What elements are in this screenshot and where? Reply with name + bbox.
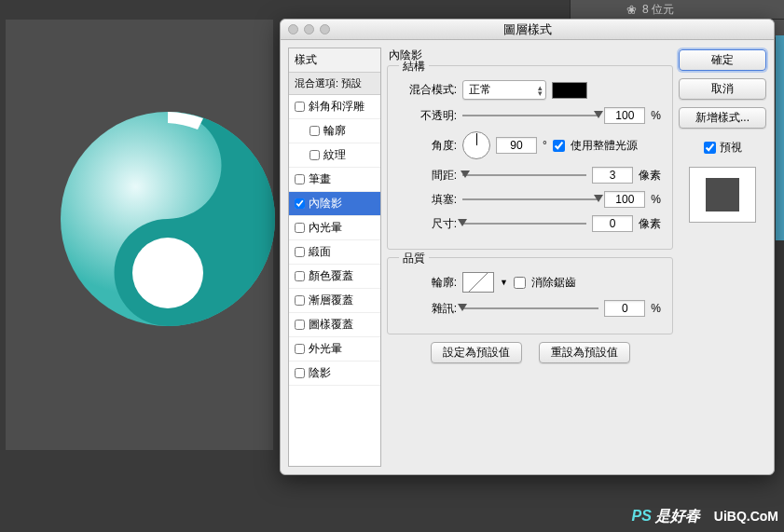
style-row-1[interactable]: 輪廓	[289, 119, 380, 143]
preview-thumbnail	[689, 167, 756, 223]
style-row-3[interactable]: 筆畫	[289, 168, 380, 192]
style-label: 緞面	[309, 244, 331, 260]
effect-settings: 內陰影 結構 混合模式: 正常 ▴▾ 不透明: %	[387, 48, 673, 467]
distance-slider[interactable]	[462, 169, 586, 182]
blendmode-value: 正常	[469, 82, 491, 98]
style-row-9[interactable]: 圖樣覆蓋	[289, 313, 380, 337]
new-style-button[interactable]: 新增樣式...	[679, 107, 766, 129]
dialog-title: 圖層樣式	[503, 21, 552, 38]
style-row-5[interactable]: 內光暈	[289, 216, 380, 240]
plant-icon: ❀	[626, 3, 637, 17]
style-label: 筆畫	[309, 171, 331, 187]
watermark: PS 是好春 UiBQ.CoM	[632, 507, 778, 526]
minimize-icon[interactable]	[304, 24, 314, 34]
noise-input[interactable]	[604, 300, 645, 317]
noise-unit: %	[651, 302, 661, 315]
style-label: 內陰影	[309, 196, 342, 211]
style-checkbox[interactable]	[309, 150, 320, 160]
watermark-txt: 是好春	[655, 508, 700, 524]
style-checkbox[interactable]	[309, 126, 320, 136]
noise-slider[interactable]	[462, 302, 598, 315]
set-default-button[interactable]: 設定為預設值	[431, 342, 522, 363]
global-light-checkbox[interactable]	[553, 140, 565, 152]
chevron-updown-icon: ▴▾	[538, 85, 543, 96]
preview-row[interactable]: 預視	[679, 140, 766, 156]
style-row-8[interactable]: 漸層覆蓋	[289, 289, 380, 313]
ok-button[interactable]: 確定	[679, 49, 766, 71]
bitdepth-label: 8 位元	[642, 2, 674, 18]
zoom-icon[interactable]	[320, 24, 330, 34]
style-checkbox[interactable]	[295, 320, 305, 330]
style-checkbox[interactable]	[295, 295, 305, 306]
blendmode-select[interactable]: 正常 ▴▾	[462, 80, 546, 100]
style-checkbox[interactable]	[295, 198, 305, 209]
style-checkbox[interactable]	[295, 223, 305, 233]
opacity-label: 不透明:	[399, 108, 457, 124]
style-label: 顏色覆蓋	[309, 268, 353, 284]
global-light-label: 使用整體光源	[571, 138, 638, 154]
dialog-titlebar[interactable]: 圖層樣式	[281, 20, 774, 40]
watermark-ps: PS	[632, 508, 652, 524]
style-checkbox[interactable]	[295, 271, 305, 281]
shadow-color-swatch[interactable]	[552, 82, 587, 99]
structure-legend: 結構	[399, 59, 429, 75]
styles-list: 樣式 混合選項: 預設 斜角和浮雕輪廓紋理筆畫內陰影內光暈緞面顏色覆蓋漸層覆蓋圖…	[288, 48, 381, 467]
preview-checkbox[interactable]	[704, 142, 716, 154]
style-row-0[interactable]: 斜角和浮雕	[289, 95, 380, 119]
style-label: 圖樣覆蓋	[309, 317, 353, 333]
choke-label: 填塞:	[399, 192, 457, 208]
contour-label: 輪廓:	[399, 275, 457, 291]
style-label: 陰影	[309, 365, 331, 381]
antialias-checkbox[interactable]	[514, 277, 526, 289]
style-row-6[interactable]: 緞面	[289, 240, 380, 265]
angle-label: 角度:	[399, 138, 457, 154]
style-row-2[interactable]: 紋理	[289, 143, 380, 168]
opacity-unit: %	[651, 109, 661, 122]
style-checkbox[interactable]	[295, 174, 305, 184]
angle-dial[interactable]	[462, 131, 490, 159]
distance-unit: 像素	[639, 168, 661, 184]
opacity-slider[interactable]	[462, 109, 598, 122]
quality-group: 品質 輪廓: ▼ 消除鋸齒 雜訊: %	[387, 257, 673, 334]
distance-label: 間距:	[399, 168, 457, 184]
style-label: 紋理	[323, 147, 346, 163]
chevron-down-icon[interactable]: ▼	[500, 278, 508, 287]
reset-default-button[interactable]: 重設為預設值	[539, 342, 630, 363]
style-label: 斜角和浮雕	[309, 99, 364, 115]
distance-input[interactable]	[592, 167, 633, 184]
style-checkbox[interactable]	[295, 247, 305, 257]
style-row-10[interactable]: 外光暈	[289, 337, 380, 361]
opacity-input[interactable]	[604, 107, 645, 124]
angle-input[interactable]	[496, 137, 537, 154]
style-label: 內光暈	[309, 220, 342, 236]
blendmode-label: 混合模式:	[399, 82, 457, 98]
styles-header[interactable]: 樣式	[289, 48, 380, 73]
panel-title: 內陰影	[387, 48, 673, 63]
style-checkbox[interactable]	[295, 344, 305, 354]
contour-picker[interactable]	[462, 272, 494, 293]
size-input[interactable]	[592, 215, 633, 232]
structure-group: 結構 混合模式: 正常 ▴▾ 不透明: % 角度:	[387, 65, 673, 250]
dialog-body: 樣式 混合選項: 預設 斜角和浮雕輪廓紋理筆畫內陰影內光暈緞面顏色覆蓋漸層覆蓋圖…	[281, 40, 774, 474]
choke-slider[interactable]	[462, 193, 598, 206]
preview-label: 預視	[720, 140, 742, 156]
style-row-11[interactable]: 陰影	[289, 361, 380, 386]
style-row-7[interactable]: 顏色覆蓋	[289, 265, 380, 289]
blend-options-row[interactable]: 混合選項: 預設	[289, 73, 380, 95]
noise-label: 雜訊:	[399, 301, 457, 317]
window-controls	[288, 24, 330, 34]
choke-input[interactable]	[604, 191, 645, 208]
angle-unit: °	[543, 139, 547, 152]
close-icon[interactable]	[288, 24, 298, 34]
style-checkbox[interactable]	[295, 102, 305, 112]
style-row-4[interactable]: 內陰影	[289, 192, 380, 216]
style-label: 漸層覆蓋	[309, 293, 353, 308]
cancel-button[interactable]: 取消	[679, 78, 766, 100]
layer-style-dialog: 圖層樣式 樣式 混合選項: 預設 斜角和浮雕輪廓紋理筆畫內陰影內光暈緞面顏色覆蓋…	[280, 19, 775, 475]
watermark-url: UiBQ.CoM	[714, 509, 778, 524]
style-checkbox[interactable]	[295, 368, 305, 378]
choke-unit: %	[651, 193, 661, 206]
size-slider[interactable]	[462, 217, 586, 230]
top-toolbar-right: ❀ 8 位元	[570, 0, 784, 19]
svg-point-1	[132, 238, 203, 308]
